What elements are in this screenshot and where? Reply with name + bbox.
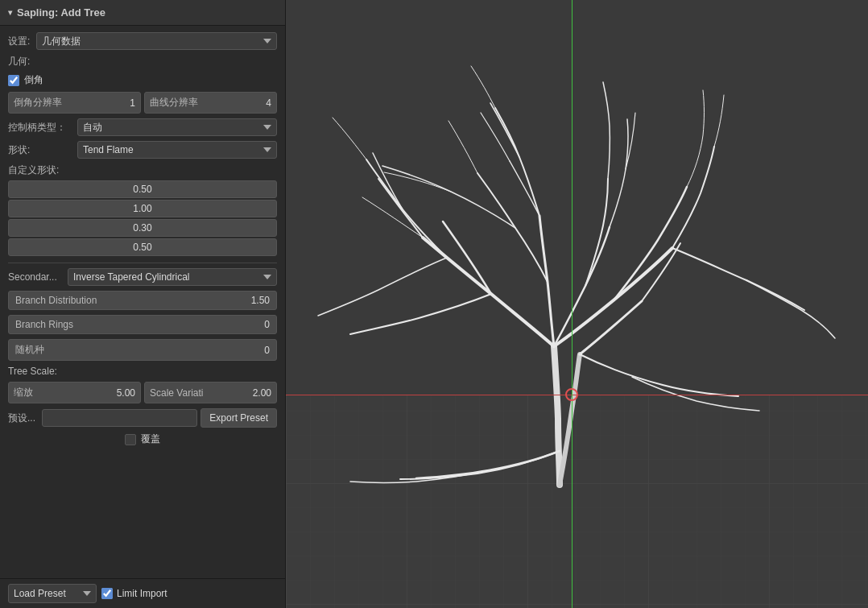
overlay-row: 覆盖 [8,432,277,446]
secondary-label: Secondar... [8,271,64,283]
panel-title: Sapling: Add Tree [17,6,105,19]
panel-arrow-icon: ▾ [8,8,12,17]
random-seed-value: 0 [264,345,270,356]
bevel-res-label: 倒角分辨率 [14,96,62,110]
load-preset-select[interactable]: Load Preset [8,584,97,603]
branch-dist-value: 1.50 [251,295,270,306]
bottom-row: Load Preset Limit Import [0,578,285,608]
curve-resolution-field[interactable]: 曲线分辨率 4 [144,92,277,114]
branch-rings-row[interactable]: Branch Rings 0 [8,315,277,334]
curve-res-value: 4 [266,97,271,109]
export-preset-button[interactable]: Export Preset [200,408,277,428]
branch-rings-value: 0 [264,319,270,330]
custom-shape-section: 自定义形状: 0.50 1.00 0.30 0.50 [8,163,277,256]
settings-select[interactable]: 几何数据 [36,32,277,50]
scale-var-value: 2.00 [253,387,271,399]
y-axis [572,0,572,608]
scale-row: 缩放 5.00 Scale Variati 2.00 [8,382,277,403]
custom-shape-label: 自定义形状: [8,163,277,177]
limit-import-checkbox[interactable] [101,588,113,599]
secondary-row: Secondar... Inverse Tapered Cylindrical [8,268,277,286]
bevel-resolution-field[interactable]: 倒角分辨率 1 [8,92,141,114]
scale-field[interactable]: 缩放 5.00 [8,382,141,403]
geometry-heading: 几何: [8,55,277,68]
origin-circle [565,388,578,401]
settings-label: 设置: [8,35,30,48]
branch-dist-label: Branch Distribution [15,295,97,306]
3d-viewport[interactable] [286,0,868,608]
scale-value: 5.00 [117,387,135,399]
preset-row: 预设... Export Preset [8,408,277,428]
custom-shape-fields: 0.50 1.00 0.30 0.50 [8,180,277,256]
preset-input[interactable] [42,409,197,427]
panel-header: ▾ Sapling: Add Tree [0,0,285,26]
overlay-label: 覆盖 [141,432,160,446]
limit-import-label: Limit Import [117,588,167,599]
custom-shape-value-0[interactable]: 0.50 [8,180,277,198]
panel-content-area: 设置: 几何数据 几何: 倒角 倒角分辨率 1 曲线分辨率 4 控制柄类型： [0,26,285,578]
branch-distribution-row[interactable]: Branch Distribution 1.50 [8,291,277,310]
random-seed-label: 随机种 [15,343,44,357]
bevel-label: 倒角 [24,73,43,87]
branch-rings-label: Branch Rings [15,319,73,330]
scale-label: 缩放 [14,386,33,399]
scale-var-label: Scale Variati [150,387,203,399]
bevel-checkbox-row: 倒角 [8,73,277,87]
resolution-row: 倒角分辨率 1 曲线分辨率 4 [8,92,277,114]
shape-label: 形状: [8,143,72,157]
preset-label: 预设... [8,412,39,425]
overlay-checkbox[interactable] [125,434,136,445]
handle-type-select[interactable]: 自动 [77,118,277,136]
custom-shape-value-2[interactable]: 0.30 [8,219,277,237]
left-panel: ▾ Sapling: Add Tree 设置: 几何数据 几何: 倒角 倒角分辨… [0,0,286,608]
random-seed-row[interactable]: 随机种 0 [8,339,277,361]
shape-select[interactable]: Tend Flame [77,141,277,159]
bevel-res-value: 1 [130,97,135,109]
handle-type-label: 控制柄类型： [8,121,72,134]
shape-row: 形状: Tend Flame [8,141,277,159]
bevel-checkbox[interactable] [8,75,19,86]
settings-row: 设置: 几何数据 [8,32,277,50]
tree-visualization [286,0,868,608]
custom-shape-value-3[interactable]: 0.50 [8,238,277,256]
tree-scale-heading: Tree Scale: [8,366,277,377]
handle-type-row: 控制柄类型： 自动 [8,118,277,136]
custom-shape-value-1[interactable]: 1.00 [8,200,277,217]
scale-variation-field[interactable]: Scale Variati 2.00 [144,382,277,403]
separator-1 [8,263,277,263]
limit-import-row: Limit Import [101,588,167,599]
curve-res-label: 曲线分辨率 [150,96,198,110]
secondary-select[interactable]: Inverse Tapered Cylindrical [68,268,277,286]
